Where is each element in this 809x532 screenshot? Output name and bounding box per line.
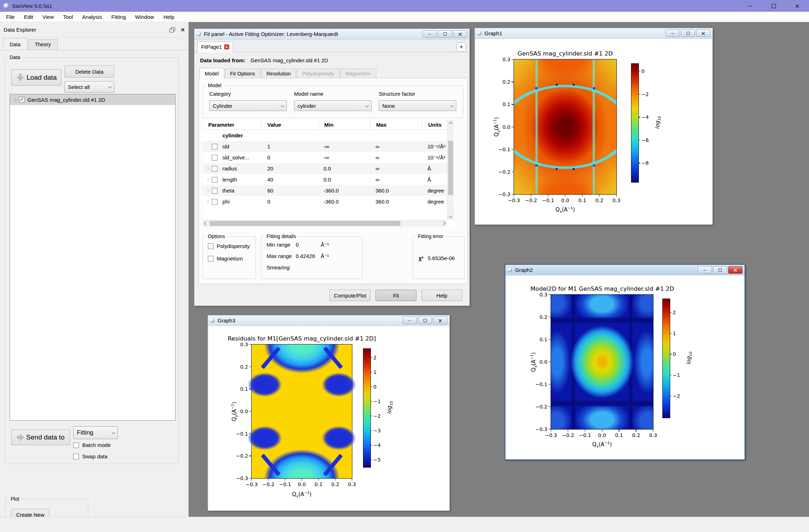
float-panel-icon[interactable] xyxy=(169,27,175,32)
param-checkbox[interactable] xyxy=(212,199,217,205)
minimize-icon[interactable] xyxy=(666,30,680,37)
close-fitpage-icon[interactable] xyxy=(224,44,229,49)
expand-chevron-icon[interactable] xyxy=(205,189,209,193)
close-icon[interactable] xyxy=(433,317,447,324)
fit-button[interactable]: Fit xyxy=(375,290,416,301)
heatmap-plot[interactable]: 0.30.20.10.0−0.1−0.2−0.3−0.3−0.2−0.10.00… xyxy=(251,344,352,479)
minimize-icon[interactable] xyxy=(698,266,712,274)
colorbar-tick-label: −2 xyxy=(673,393,680,399)
scroll-down-icon[interactable] xyxy=(448,214,452,218)
tab-fit-options[interactable]: Fit Options xyxy=(225,69,261,78)
close-panel-icon[interactable] xyxy=(181,26,185,34)
dataset-checkbox[interactable] xyxy=(19,97,25,102)
menu-item-view[interactable]: View xyxy=(38,14,58,20)
heatmap-plot[interactable]: 0.30.20.10.0−0.1−0.2−0.3−0.3−0.2−0.10.00… xyxy=(514,59,617,195)
scrollbar-thumb[interactable] xyxy=(448,141,453,195)
magnetism-checkbox[interactable] xyxy=(208,256,214,262)
parameter-table[interactable]: Parameter Value Min Max Units cylindersl… xyxy=(203,120,454,227)
param-checkbox[interactable] xyxy=(212,177,217,183)
menu-item-edit[interactable]: Edit xyxy=(19,14,38,20)
batch-mode-option[interactable]: Batch mode xyxy=(73,442,111,448)
scrollbar-thumb[interactable] xyxy=(210,221,400,226)
tab-theory[interactable]: Theory xyxy=(28,39,58,50)
data-tree[interactable]: GenSAS mag_cylinder.sld #1 2D xyxy=(10,94,175,421)
fit-help-button[interactable]: Help xyxy=(421,290,462,301)
close-icon[interactable] xyxy=(453,30,467,38)
param-checkbox[interactable] xyxy=(212,155,217,160)
param-row-sld-solve-[interactable]: sld_solve...0-∞∞10⁻⁶/Å² xyxy=(203,152,447,163)
tab-polydispersity[interactable]: Polydispersity xyxy=(297,69,339,78)
fit-subtabs: ModelFit OptionsResolutionPolydispersity… xyxy=(199,69,377,78)
tab-model[interactable]: Model xyxy=(199,68,224,78)
delete-data-button[interactable]: Delete Data xyxy=(64,65,114,78)
category-dropdown[interactable]: Cylinder xyxy=(209,100,287,111)
expand-chevron-icon[interactable] xyxy=(205,178,209,181)
menu-item-fitting[interactable]: Fitting xyxy=(107,14,131,20)
plot-group-label: Plot xyxy=(9,496,21,502)
scroll-right-icon[interactable] xyxy=(441,221,445,225)
minimize-icon[interactable] xyxy=(403,317,417,324)
maximize-icon[interactable] xyxy=(418,317,432,324)
param-checkbox[interactable] xyxy=(212,188,217,194)
x-tick-mark xyxy=(268,478,268,481)
graph2-titlebar[interactable]: Graph2 xyxy=(505,265,745,275)
select-all-dropdown[interactable]: Select all xyxy=(64,81,114,93)
close-icon[interactable] xyxy=(786,0,809,12)
maximize-icon[interactable] xyxy=(438,30,452,38)
param-row-sld[interactable]: sld1-∞∞10⁻⁶/Å² xyxy=(203,141,447,152)
load-data-button[interactable]: Load data xyxy=(11,69,62,86)
minimize-icon[interactable] xyxy=(739,0,762,12)
maximize-icon[interactable] xyxy=(762,0,786,12)
maximize-icon[interactable] xyxy=(681,30,695,37)
tab-resolution[interactable]: Resolution xyxy=(261,69,296,78)
vertical-scrollbar[interactable] xyxy=(447,120,454,220)
menu-item-analysis[interactable]: Analysis xyxy=(78,14,107,20)
close-icon[interactable] xyxy=(728,266,742,274)
model-name-dropdown[interactable]: cylinder xyxy=(294,100,372,111)
menu-item-file[interactable]: File xyxy=(1,14,19,20)
expand-chevron-icon[interactable] xyxy=(205,167,209,170)
expand-chevron-icon[interactable] xyxy=(13,98,17,101)
param-checkbox[interactable] xyxy=(212,144,217,149)
fit-panel-titlebar[interactable]: Fit panel - Active Fitting Optimizer: Le… xyxy=(194,29,469,39)
add-fitpage-button[interactable]: + xyxy=(457,42,466,52)
polydispersity-checkbox[interactable] xyxy=(208,243,214,249)
y-tick-label: −0.3 xyxy=(498,191,510,197)
param-checkbox[interactable] xyxy=(212,166,217,172)
param-row-phi[interactable]: phi0-360.0360.0degree xyxy=(203,196,447,207)
scroll-up-icon[interactable] xyxy=(448,122,452,126)
colorbar-tick-mark xyxy=(371,430,372,431)
swap-data-option[interactable]: Swap data xyxy=(73,453,107,459)
send-data-button[interactable]: Send data to xyxy=(11,430,70,445)
explorer-tabs: DataTheory xyxy=(3,38,58,50)
send-target-dropdown[interactable]: Fitting xyxy=(73,426,118,439)
param-row-length[interactable]: length400.0∞Å xyxy=(203,174,447,185)
minimize-icon[interactable] xyxy=(422,30,437,38)
tree-item[interactable]: GenSAS mag_cylinder.sld #1 2D xyxy=(10,94,175,105)
graph1-titlebar[interactable]: Graph1 xyxy=(475,28,713,39)
param-row-radius[interactable]: radius200.0∞Å xyxy=(203,163,447,174)
menu-item-tool[interactable]: Tool xyxy=(58,14,78,20)
maximize-icon[interactable] xyxy=(713,266,727,274)
magnetism-option[interactable]: Magnetism xyxy=(208,256,256,262)
heatmap-plot[interactable]: 0.30.20.10.0−0.1−0.2−0.3−0.3−0.2−0.10.00… xyxy=(551,294,653,430)
structure-factor-dropdown[interactable]: None xyxy=(379,100,456,111)
compute-plot-button[interactable]: Compute/Plot xyxy=(330,290,371,301)
menu-item-help[interactable]: Help xyxy=(159,14,179,20)
expand-chevron-icon[interactable] xyxy=(205,200,209,204)
tab-data[interactable]: Data xyxy=(3,38,27,50)
polydispersity-option[interactable]: Polydispersity xyxy=(208,243,256,249)
menu-item-window[interactable]: Window xyxy=(131,14,159,20)
graph3-titlebar[interactable]: Graph3 xyxy=(208,315,450,326)
colorbar-tick-mark xyxy=(639,140,640,140)
swap-data-checkbox[interactable] xyxy=(73,454,79,459)
batch-mode-checkbox[interactable] xyxy=(73,442,79,448)
residual-streak xyxy=(261,454,281,476)
horizontal-scrollbar[interactable] xyxy=(203,220,447,227)
close-icon[interactable] xyxy=(696,30,710,37)
fitpage-tab[interactable]: FitPage1 xyxy=(197,41,233,52)
tab-magnetism[interactable]: Magnetism xyxy=(340,69,376,78)
param-row-theta[interactable]: theta60-360.0360.0degree xyxy=(203,185,447,196)
scroll-left-icon[interactable] xyxy=(204,221,208,225)
magnetism-label: Magnetism xyxy=(217,256,243,262)
